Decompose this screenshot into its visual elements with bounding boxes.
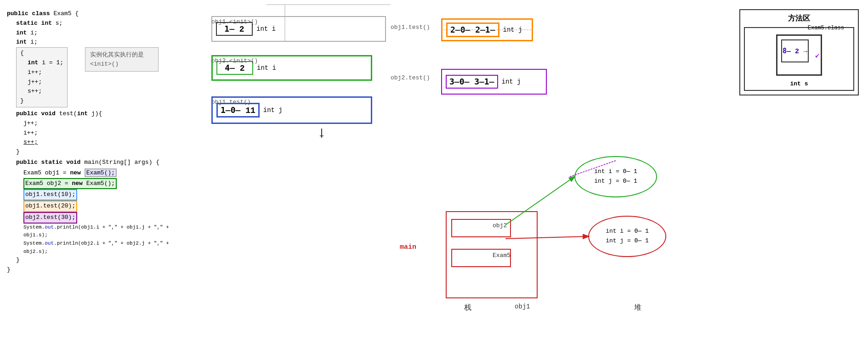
code-line-4: int i; bbox=[7, 38, 182, 47]
heap-oval1-line1: int i = 0̶ 1 bbox=[594, 167, 637, 177]
obj2-init-label: obj2.<init>() bbox=[211, 57, 258, 64]
heap-oval2-line2: int j = 0̶ 1 bbox=[606, 236, 649, 246]
heap-label: 堆 bbox=[634, 303, 641, 313]
obj1-test-orange-label: obj1.test() bbox=[391, 24, 430, 31]
obj1-test-orange-frame: 2̶0̶ 2̶1̶ int j bbox=[441, 18, 533, 41]
heap-oval-obj2: int i = 0̶ 1 int j = 0̶ 1 bbox=[588, 216, 666, 257]
main-label: main bbox=[400, 243, 416, 251]
code-panel: public class Exam5 { static int s; int i… bbox=[0, 5, 188, 280]
obj1-test-orange-value: 2̶0̶ 2̶1̶ bbox=[446, 22, 499, 37]
obj2-test-purple-frame: 3̶0̶ 3̶1̶ int j bbox=[441, 69, 547, 95]
obj1-stack-label: Exam5 bbox=[493, 252, 511, 259]
code-line-2: static int s; bbox=[7, 19, 182, 28]
stack-label: 栈 bbox=[464, 303, 471, 313]
obj1-test-orange-var: int j bbox=[503, 26, 522, 34]
obj1-test-var: int j bbox=[263, 106, 283, 114]
obj2-stack-label: obj2 bbox=[493, 222, 507, 229]
method-area-inner: Exam5.class 8̶ 2 → ↙ int s bbox=[744, 27, 854, 91]
obj2-init-var: int i bbox=[257, 64, 276, 72]
code-line-1: public class Exam5 { bbox=[7, 9, 182, 19]
code-block-init: { int i = 1; i++; j++; s++; } bbox=[16, 47, 68, 107]
method-area: 方法区 Exam5.class 8̶ 2 → ↙ int s bbox=[739, 9, 859, 95]
obj2-test-purple-var: int j bbox=[502, 78, 521, 85]
stack-area: obj2 Exam5 bbox=[446, 211, 538, 298]
obj1-label-below: obj1 bbox=[515, 303, 530, 310]
exam5-class-label: Exam5.class bbox=[808, 25, 844, 31]
obj1-init-label: obj1.<init>() bbox=[211, 18, 258, 25]
int-s-label: int s bbox=[748, 80, 851, 87]
heap-oval-obj1: int i = 0̶ 1 int j = 0̶ 1 bbox=[574, 156, 657, 197]
obj1-init-var: int i bbox=[256, 25, 276, 33]
obj1-test-label: obj1.test() bbox=[211, 99, 251, 106]
code-line-test: public void test(int j){ bbox=[7, 109, 182, 119]
heap-oval2-line1: int i = 0̶ 1 bbox=[606, 227, 649, 236]
code-line-3: int i; bbox=[7, 28, 182, 38]
obj2-test-purple-label: obj2.test() bbox=[391, 74, 430, 81]
init-annotation: 实例化其实执行的是 <init>() bbox=[85, 47, 159, 72]
method-area-title: 方法区 bbox=[744, 14, 854, 23]
heap-oval1-line2: int j = 0̶ 1 bbox=[594, 177, 637, 186]
obj2-test-purple-value: 3̶0̶ 3̶1̶ bbox=[446, 75, 498, 89]
